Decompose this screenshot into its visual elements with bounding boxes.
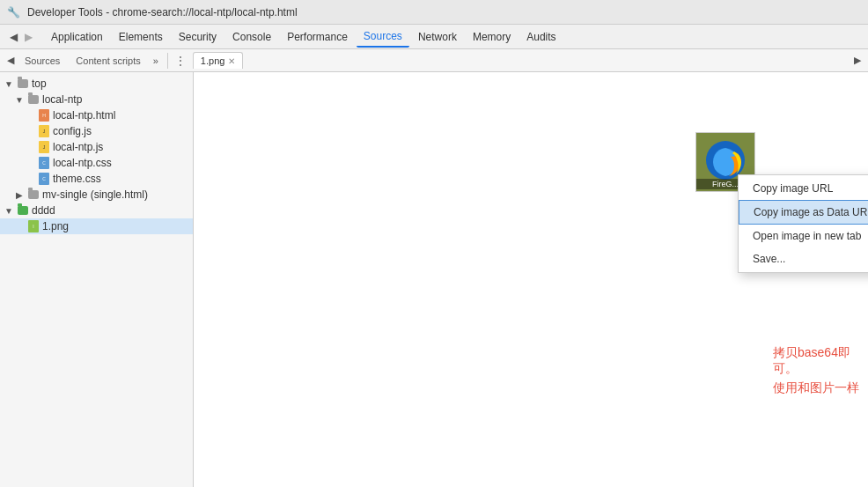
tree-item-theme-css[interactable]: C theme.css [0,171,193,187]
tree-arrow-mv-single [14,190,25,200]
context-menu-save[interactable]: Save... [739,247,868,270]
tree-item-1png[interactable]: I 1.png [0,218,193,234]
menu-item-application[interactable]: Application [44,27,110,47]
file-icon-1png: I [27,220,40,232]
tree-item-local-ntp-css[interactable]: C local-ntp.css [0,155,193,171]
tree-item-top[interactable]: top [0,76,193,92]
file-icon-config: J [38,125,50,137]
nav-right-icon[interactable]: ▶ [850,53,864,68]
nav-left-icon[interactable]: ◀ [4,53,18,68]
tree-arrow-local-ntp [14,95,25,105]
menu-item-sources[interactable]: Sources [357,26,409,48]
tree-label-top: top [32,77,47,90]
annotation-text-2: 使用和图片一样 [773,380,859,396]
sub-panel-tabs: Sources Content scripts » [18,53,168,69]
file-tab-1png[interactable]: 1.png ✕ [193,52,244,69]
tree-label-mv-single: mv-single (single.html) [42,188,148,201]
menu-item-performance[interactable]: Performance [280,27,355,47]
tab-content-scripts[interactable]: Content scripts [69,53,147,69]
content-area: FireG... Copy image URL Copy image as Da… [194,72,868,487]
menu-item-console[interactable]: Console [225,27,278,47]
menu-item-network[interactable]: Network [411,27,464,47]
context-menu-copy-data-uri[interactable]: Copy image as Data URI [739,200,868,225]
tree-label-ntpcss: local-ntp.css [53,157,112,169]
file-icon-html: H [38,109,50,122]
menu-item-memory[interactable]: Memory [466,27,518,47]
title-text: Developer Tools - chrome-search://local-… [27,6,298,18]
tree-item-local-ntp-html[interactable]: H local-ntp.html [0,107,193,123]
devtools-icon: 🔧 [7,6,20,18]
menu-item-elements[interactable]: Elements [112,27,170,47]
tree-label-1png: 1.png [42,220,69,232]
menu-item-security[interactable]: Security [172,27,224,47]
folder-icon-mv-single [27,188,40,201]
more-tabs-button[interactable]: » [150,54,162,68]
file-tab-label: 1.png [201,55,225,66]
context-menu-open-new-tab[interactable]: Open image in new tab [739,225,868,247]
folder-icon-local-ntp [27,93,40,106]
tree-label-html: local-ntp.html [53,109,115,122]
main-layout: top local-ntp H local-ntp.html J config.… [0,72,868,487]
context-menu: Copy image URL Copy image as Data URI Op… [738,174,868,273]
tree-label-local-ntp: local-ntp [42,93,82,106]
sidebar: top local-ntp H local-ntp.html J config.… [0,72,194,487]
menu-bar: ◀ ▶ Application Elements Security Consol… [0,25,868,49]
tree-label-config: config.js [53,125,92,137]
nav-back-icon[interactable]: ◀ [7,29,20,45]
tree-item-config-js[interactable]: J config.js [0,123,193,139]
nav-forward-icon[interactable]: ▶ [22,29,35,45]
tree-label-theme: theme.css [53,173,101,185]
file-icon-ntpcss: C [38,157,50,169]
tree-item-mv-single[interactable]: mv-single (single.html) [0,187,193,203]
title-bar: 🔧 Developer Tools - chrome-search://loca… [0,0,868,25]
folder-icon-dddd [17,204,29,217]
annotation-text-1: 拷贝base64即可。 [773,345,868,377]
folder-icon-top [17,77,29,90]
tab-sources[interactable]: Sources [18,53,67,69]
tab-bar: ◀ Sources Content scripts » ⋮ 1.png ✕ ▶ [0,49,868,72]
tree-label-ntpjs: local-ntp.js [53,141,103,153]
vertical-dots-icon[interactable]: ⋮ [172,53,189,69]
tree-item-dddd[interactable]: dddd [0,203,193,218]
tree-arrow-top [4,79,14,89]
menu-item-audits[interactable]: Audits [519,27,563,47]
tree-item-local-ntp-js[interactable]: J local-ntp.js [0,139,193,155]
file-icon-theme: C [38,173,50,185]
tree-label-dddd: dddd [32,204,55,217]
file-icon-ntpjs: J [38,141,50,153]
file-tab-close-button[interactable]: ✕ [228,56,235,66]
tree-item-local-ntp[interactable]: local-ntp [0,92,193,107]
context-menu-copy-url[interactable]: Copy image URL [739,177,868,200]
tree-arrow-dddd [4,206,14,216]
